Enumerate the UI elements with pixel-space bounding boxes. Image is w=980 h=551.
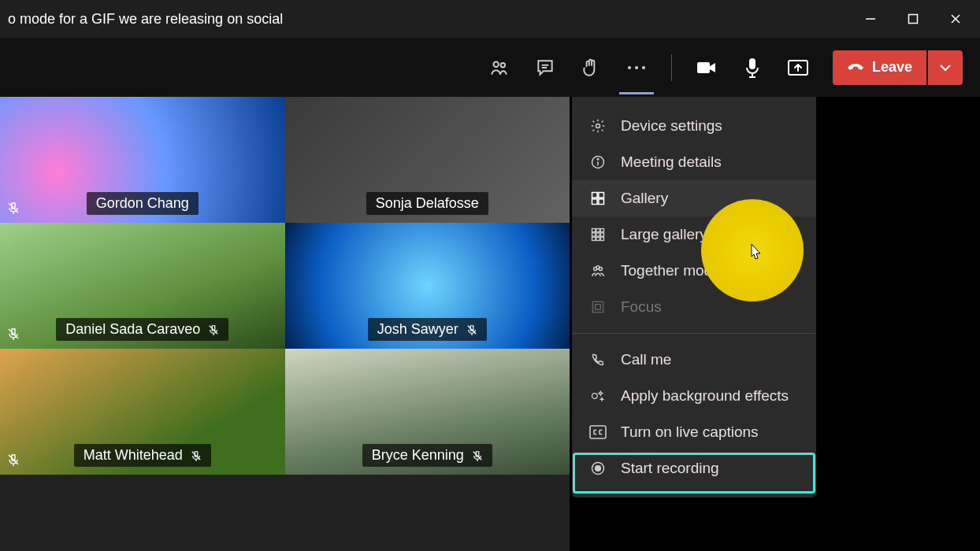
svg-rect-28 [599, 199, 604, 205]
menu-live-captions[interactable]: Turn on live captions [572, 414, 816, 450]
toolbar-divider [671, 54, 672, 81]
svg-rect-33 [596, 233, 600, 236]
menu-focus: Focus [572, 289, 816, 325]
menu-start-recording[interactable]: Start recording [572, 450, 816, 486]
mic-off-icon [5, 451, 22, 468]
share-screen-icon[interactable] [787, 57, 809, 79]
svg-point-24 [597, 158, 599, 160]
participant-name: Sonja Delafosse [376, 195, 479, 212]
focus-icon [589, 298, 607, 316]
window-controls [852, 6, 974, 31]
microphone-icon[interactable] [741, 57, 763, 79]
svg-rect-32 [592, 233, 596, 236]
svg-rect-44 [590, 426, 606, 438]
participant-tile[interactable]: Josh Sawyer [285, 223, 570, 349]
svg-rect-29 [592, 229, 596, 232]
svg-rect-11 [697, 62, 710, 73]
svg-rect-30 [596, 229, 600, 232]
participant-name: Bryce Kenning [372, 447, 464, 464]
maximize-button[interactable] [895, 6, 931, 31]
svg-rect-25 [592, 193, 598, 198]
grid-2x2-icon [589, 190, 607, 207]
svg-rect-12 [749, 58, 755, 69]
meeting-content: Gordon Chang Sonja Delafosse Daniel Sada… [0, 97, 980, 551]
menu-label: Start recording [621, 460, 719, 477]
people-icon[interactable] [488, 57, 510, 79]
titlebar: o mode for a GIF we are releasing on soc… [0, 0, 980, 38]
participant-tile[interactable]: Daniel Sada Caraveo [0, 223, 285, 349]
svg-rect-36 [596, 237, 600, 240]
svg-line-16 [210, 325, 218, 334]
svg-line-20 [473, 451, 482, 460]
participant-tile[interactable] [0, 475, 285, 551]
svg-line-19 [192, 451, 201, 460]
gear-icon [589, 117, 607, 135]
menu-label: Apply background effects [621, 387, 789, 405]
meeting-toolbar: Leave [0, 38, 980, 97]
cc-icon [589, 423, 607, 441]
menu-label: Large gallery [621, 226, 707, 243]
svg-line-18 [9, 455, 18, 464]
menu-label: Device settings [621, 117, 722, 135]
menu-label: Gallery [621, 190, 668, 207]
mic-off-icon [208, 324, 219, 335]
participant-tile[interactable]: Matt Whitehead [0, 349, 285, 475]
participant-name: Gordon Chang [96, 195, 189, 212]
svg-rect-31 [600, 229, 603, 232]
info-icon [589, 153, 607, 171]
sparkle-icon [589, 387, 607, 405]
svg-rect-35 [592, 237, 596, 240]
participant-tile[interactable]: Sonja Delafosse [285, 97, 570, 223]
svg-rect-34 [600, 233, 603, 236]
svg-point-8 [628, 65, 631, 68]
participant-tile[interactable] [285, 475, 570, 551]
svg-line-14 [9, 203, 18, 213]
participant-tile[interactable]: Bryce Kenning [285, 349, 570, 475]
more-actions-menu: Device settings Meeting details Gallery … [572, 97, 816, 497]
leave-button[interactable]: Leave [833, 50, 926, 85]
svg-line-17 [468, 325, 477, 334]
menu-background-effects[interactable]: Apply background effects [572, 378, 816, 414]
mic-off-icon [5, 199, 22, 216]
video-thumbnail [0, 475, 285, 551]
svg-rect-1 [909, 15, 918, 24]
svg-point-21 [596, 124, 600, 128]
people-group-icon [589, 262, 607, 279]
minimize-button[interactable] [852, 6, 889, 31]
chat-icon[interactable] [534, 57, 556, 79]
participant-name: Matt Whitehead [84, 447, 183, 464]
camera-icon[interactable] [696, 57, 718, 79]
menu-separator [572, 333, 816, 334]
mic-off-icon [191, 450, 202, 461]
leave-chevron-button[interactable] [928, 50, 963, 85]
raise-hand-icon[interactable] [580, 57, 602, 79]
menu-call-me[interactable]: Call me [572, 342, 816, 378]
svg-rect-37 [600, 237, 603, 240]
video-thumbnail [285, 475, 570, 551]
more-actions-button[interactable] [625, 57, 648, 79]
menu-device-settings[interactable]: Device settings [572, 108, 816, 144]
svg-point-4 [493, 61, 499, 67]
svg-line-15 [9, 329, 18, 338]
close-button[interactable] [937, 6, 974, 31]
video-grid: Gordon Chang Sonja Delafosse Daniel Sada… [0, 97, 570, 551]
mic-off-icon [5, 325, 22, 342]
mic-off-icon [472, 450, 483, 461]
participant-name: Daniel Sada Caraveo [65, 321, 200, 338]
menu-label: Call me [621, 351, 671, 368]
hangup-icon [847, 61, 864, 75]
participant-tile[interactable]: Gordon Chang [0, 97, 285, 223]
menu-meeting-details[interactable]: Meeting details [572, 144, 816, 180]
svg-rect-42 [596, 305, 601, 310]
pointer-cursor-icon [747, 242, 766, 264]
svg-point-9 [635, 65, 638, 68]
leave-label: Leave [872, 59, 912, 76]
more-actions-active-indicator [619, 92, 654, 94]
svg-rect-26 [599, 193, 604, 198]
menu-label: Focus [621, 298, 662, 316]
svg-point-43 [592, 394, 598, 399]
mic-off-icon [466, 324, 477, 335]
svg-rect-27 [592, 199, 598, 205]
svg-point-40 [596, 266, 600, 269]
svg-rect-41 [592, 301, 603, 312]
